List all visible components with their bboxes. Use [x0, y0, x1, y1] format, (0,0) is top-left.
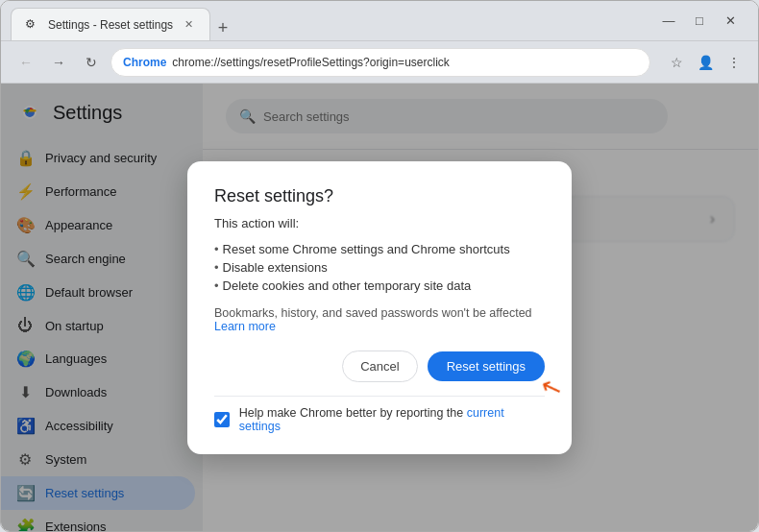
- report-settings-checkbox[interactable]: [214, 412, 230, 427]
- forward-button[interactable]: →: [45, 49, 72, 76]
- profile-button[interactable]: 👤: [693, 50, 718, 75]
- checkbox-label: Help make Chrome better by reporting the…: [239, 406, 545, 433]
- dialog-list: Reset some Chrome settings and Chrome sh…: [214, 242, 545, 293]
- dialog-actions: Cancel Reset settings ↖: [214, 351, 545, 382]
- maximize-button[interactable]: □: [687, 9, 712, 34]
- active-tab[interactable]: ⚙ Settings - Reset settings ✕: [11, 8, 210, 40]
- back-button[interactable]: ←: [12, 49, 39, 76]
- dialog-subtitle: This action will:: [214, 216, 545, 230]
- dialog-note: Bookmarks, history, and saved passwords …: [214, 306, 545, 333]
- new-tab-button[interactable]: +: [210, 15, 235, 40]
- cancel-button[interactable]: Cancel: [342, 351, 417, 382]
- address-bar: ← → ↻ Chrome chrome://settings/resetProf…: [1, 41, 758, 84]
- tab-favicon: ⚙: [25, 17, 40, 33]
- chrome-brand-label: Chrome: [123, 56, 166, 69]
- checkbox-row: Help make Chrome better by reporting the…: [214, 396, 545, 433]
- tab-close-button[interactable]: ✕: [181, 17, 196, 33]
- dialog-list-item-1: Reset some Chrome settings and Chrome sh…: [214, 242, 545, 256]
- bookmark-button[interactable]: ☆: [664, 50, 689, 75]
- dialog-list-item-3: Delete cookies and other temporary site …: [214, 278, 545, 293]
- close-button[interactable]: ✕: [718, 9, 743, 34]
- reset-settings-button[interactable]: Reset settings: [428, 351, 545, 381]
- main-content: Settings 🔒 Privacy and security ⚡ Perfor…: [1, 84, 758, 531]
- dialog-list-item-2: Disable extensions: [214, 260, 545, 275]
- address-text: chrome://settings/resetProfileSettings?o…: [172, 56, 638, 69]
- dialog-title: Reset settings?: [214, 186, 545, 206]
- reset-dialog: Reset settings? This action will: Reset …: [187, 161, 572, 454]
- minimize-button[interactable]: —: [656, 9, 681, 34]
- title-bar: ⚙ Settings - Reset settings ✕ + — □ ✕: [1, 1, 758, 41]
- menu-button[interactable]: ⋮: [722, 50, 747, 75]
- learn-more-link[interactable]: Learn more: [214, 320, 276, 333]
- dialog-overlay: Reset settings? This action will: Reset …: [1, 84, 758, 531]
- window-controls: — □ ✕: [656, 9, 743, 34]
- address-icons: ☆ 👤 ⋮: [664, 50, 747, 75]
- tab-title: Settings - Reset settings: [48, 18, 173, 32]
- refresh-button[interactable]: ↻: [78, 49, 105, 76]
- browser-window: ⚙ Settings - Reset settings ✕ + — □ ✕ ← …: [0, 0, 759, 532]
- address-input-wrap[interactable]: Chrome chrome://settings/resetProfileSet…: [110, 48, 650, 77]
- tab-bar: ⚙ Settings - Reset settings ✕ +: [11, 1, 649, 40]
